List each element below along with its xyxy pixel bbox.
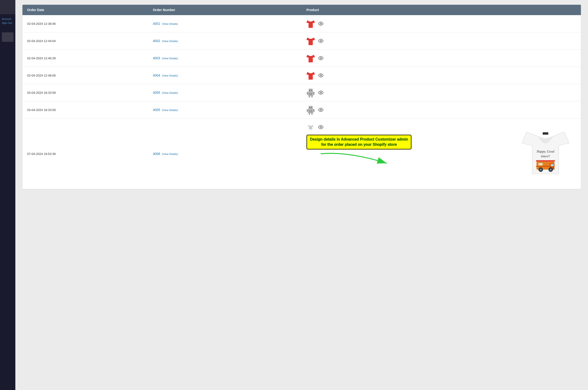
view-details-link-2[interactable]: (View Details) xyxy=(162,57,178,60)
table-header-row: Order Date Order Number Product xyxy=(22,5,581,15)
annotation-line1: Design details in Advanced Product Custo… xyxy=(310,137,408,142)
order-number-link-2[interactable]: 4003 xyxy=(153,56,160,60)
order-number-cell-6: 4006 (View Details) xyxy=(148,119,302,189)
svg-point-23 xyxy=(311,107,312,108)
order-number-link-1[interactable]: 4002 xyxy=(153,39,160,43)
annotation-arrow xyxy=(306,149,396,168)
svg-rect-13 xyxy=(311,93,312,94)
svg-rect-36 xyxy=(551,164,554,166)
product-cell-3 xyxy=(302,67,581,84)
view-details-link-5[interactable]: (View Details) xyxy=(162,109,178,111)
product-thumbnail-0 xyxy=(306,18,315,29)
eye-icon-4[interactable] xyxy=(318,90,323,95)
order-date-cell-2: 02-04-2024 12:46:28 xyxy=(22,49,148,67)
svg-rect-9 xyxy=(311,96,313,97)
order-date-cell-6: 07-04-2024 19:53:39 xyxy=(22,119,148,189)
signout-link[interactable]: Sign Out xyxy=(2,21,13,25)
annotation-box: Design details in Advanced Product Custo… xyxy=(306,135,412,149)
svg-rect-18 xyxy=(307,109,308,112)
eye-icon-2[interactable] xyxy=(318,55,323,61)
svg-rect-47 xyxy=(539,163,543,165)
svg-rect-21 xyxy=(311,113,313,115)
svg-point-44 xyxy=(540,169,542,171)
header-product: Product xyxy=(302,5,581,15)
svg-rect-14 xyxy=(309,95,312,95)
view-details-link-6[interactable]: (View Details) xyxy=(162,153,178,155)
order-date-cell-5: 03-04-2024 18:33:59 xyxy=(22,101,148,119)
sidebar-top xyxy=(0,0,15,14)
orders-table: Order Date Order Number Product 02-04-20… xyxy=(22,5,581,189)
svg-rect-12 xyxy=(309,93,310,94)
table-row: 03-04-2024 18:33:59 4005 (View Details) xyxy=(22,101,581,119)
svg-text:times!!: times!! xyxy=(541,154,550,158)
product-cell-inner-5 xyxy=(306,105,576,115)
view-details-link-1[interactable]: (View Details) xyxy=(162,40,178,43)
svg-rect-30 xyxy=(543,132,548,135)
svg-point-11 xyxy=(311,90,312,91)
product-cell-1 xyxy=(302,32,581,49)
svg-point-28 xyxy=(320,126,322,128)
eye-icon-5[interactable] xyxy=(318,107,323,112)
page-wrapper: Account Sign Out Order Date Order Number… xyxy=(0,0,588,390)
product-cell-inner-4 xyxy=(306,87,576,98)
order-number-cell-4: 4005 (View Details) xyxy=(148,84,302,101)
main-content: Order Date Order Number Product 02-04-20… xyxy=(15,0,588,390)
sidebar-block-2 xyxy=(2,43,13,57)
svg-point-0 xyxy=(320,23,322,24)
order-number-cell-1: 4002 (View Details) xyxy=(148,32,302,49)
order-number-link-6[interactable]: 4006 xyxy=(153,152,160,156)
product-thumbnail-6 xyxy=(306,122,315,132)
product-cell-4 xyxy=(302,84,581,101)
table-row: 02-04-2024 12:48:06 4004 (View Details) xyxy=(22,67,581,84)
eye-icon-1[interactable] xyxy=(318,38,323,44)
svg-point-46 xyxy=(550,169,552,171)
svg-point-2 xyxy=(320,57,322,59)
product-thumbnail-1 xyxy=(306,36,315,46)
product-cell-inner-3 xyxy=(306,70,576,81)
order-number-cell-2: 4003 (View Details) xyxy=(148,49,302,67)
table-row: 07-04-2024 19:53:39 4006 (View Details) xyxy=(22,119,581,189)
product-thumbnail-3 xyxy=(306,70,315,81)
order-number-cell-0: 4001 (View Details) xyxy=(148,15,302,32)
svg-rect-48 xyxy=(536,166,551,167)
sidebar-block-1 xyxy=(2,32,13,42)
svg-rect-20 xyxy=(309,113,310,115)
eye-icon-6[interactable] xyxy=(318,125,323,130)
svg-point-1 xyxy=(320,40,322,42)
product-thumbnail-5 xyxy=(306,105,315,115)
eye-icon-0[interactable] xyxy=(318,21,323,26)
order-date-cell-3: 02-04-2024 12:48:06 xyxy=(22,67,148,84)
table-row: 02-04-2024 12:38:46 4001 (View Details) xyxy=(22,15,581,32)
order-date-cell-1: 02-04-2024 12:44:04 xyxy=(22,32,148,49)
order-number-link-3[interactable]: 4004 xyxy=(153,73,160,77)
sidebar: Account Sign Out xyxy=(0,0,15,390)
product-cell-inner-2 xyxy=(306,53,576,63)
view-details-link-0[interactable]: (View Details) xyxy=(162,22,178,25)
order-date-cell-0: 02-04-2024 12:38:46 xyxy=(22,15,148,32)
svg-rect-19 xyxy=(313,109,314,112)
table-row: 03-04-2024 18:33:59 4005 (View Details) xyxy=(22,84,581,101)
order-number-cell-5: 4005 (View Details) xyxy=(148,101,302,119)
svg-rect-6 xyxy=(307,92,308,95)
product-cell-5 xyxy=(302,101,581,119)
product-cell-2 xyxy=(302,49,581,67)
svg-rect-24 xyxy=(309,110,310,111)
account-link[interactable]: Account xyxy=(2,17,13,21)
svg-rect-8 xyxy=(309,96,310,97)
order-number-link-5[interactable]: 4005 xyxy=(153,108,160,112)
svg-point-22 xyxy=(309,107,310,108)
product-thumbnail-2 xyxy=(306,53,315,63)
svg-point-10 xyxy=(309,90,310,91)
order-number-link-0[interactable]: 4001 xyxy=(153,22,160,26)
annotation-line2: for the order placed on your Shopify sto… xyxy=(310,142,408,147)
svg-text:Happy, Good: Happy, Good xyxy=(537,150,555,153)
header-order-date: Order Date xyxy=(22,5,148,15)
svg-rect-25 xyxy=(311,110,312,111)
view-details-link-4[interactable]: (View Details) xyxy=(162,92,178,94)
svg-point-15 xyxy=(320,92,322,93)
view-details-link-3[interactable]: (View Details) xyxy=(162,74,178,77)
product-cell-0 xyxy=(302,15,581,32)
product-cell-inner-0 xyxy=(306,18,576,29)
eye-icon-3[interactable] xyxy=(318,73,323,78)
order-number-link-4[interactable]: 4005 xyxy=(153,91,160,95)
